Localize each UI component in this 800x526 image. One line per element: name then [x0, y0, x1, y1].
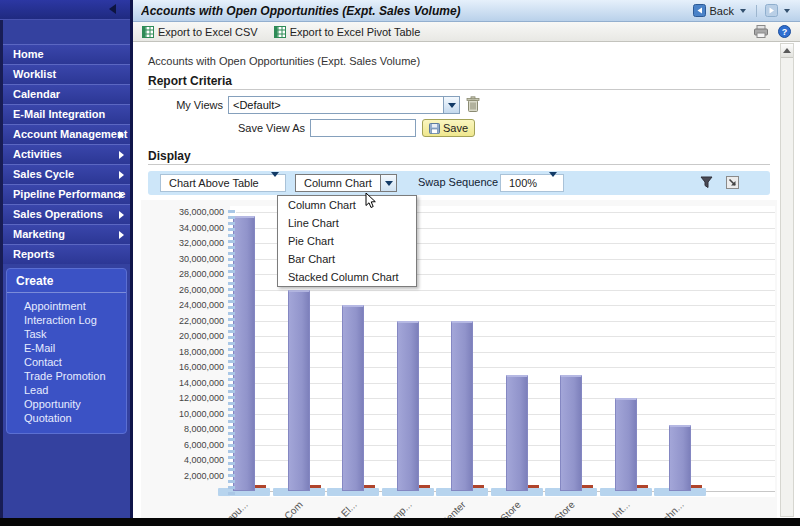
chart-bar	[669, 425, 691, 491]
create-item-appointment[interactable]: Appointment	[7, 299, 126, 313]
display-divider	[148, 164, 770, 165]
sidebar-item-calendar[interactable]: Calendar	[3, 84, 130, 104]
report-content: Accounts with Open Opportunities (Expt. …	[133, 42, 800, 518]
report-criteria-title: Report Criteria	[148, 74, 232, 88]
sidebar-item-marketing[interactable]: Marketing	[3, 224, 130, 244]
export-excel-csv-button[interactable]: Export to Excel CSV	[142, 26, 258, 38]
y-tick-label: 20,000,000	[135, 331, 224, 341]
scroll-up-button[interactable]	[781, 44, 793, 58]
page-titlebar: Accounts with Open Opportunities (Expt. …	[133, 0, 800, 22]
chart-type-menu: Column ChartLine ChartPie ChartBar Chart…	[277, 195, 417, 287]
chart-type-option-bar-chart[interactable]: Bar Chart	[278, 250, 416, 268]
create-item-opportunity[interactable]: Opportunity	[7, 397, 126, 411]
gridline	[236, 290, 775, 291]
forward-history-caret-icon[interactable]	[784, 9, 790, 13]
zero-value-marker	[528, 485, 539, 488]
funnel-icon	[700, 176, 713, 189]
back-button[interactable]	[693, 4, 706, 17]
sidebar-item-pipeline-performance[interactable]: Pipeline Performance	[3, 184, 130, 204]
chart-type-option-stacked-column-chart[interactable]: Stacked Column Chart	[278, 268, 416, 286]
sidebar-item-label: Pipeline Performance	[13, 188, 126, 200]
collapse-left-triangle-icon	[109, 4, 116, 14]
page-title: Accounts with Open Opportunities (Expt. …	[141, 4, 693, 18]
zero-value-marker	[691, 485, 702, 488]
back-history-caret-icon[interactable]	[740, 9, 746, 13]
export-toolbar: Export to Excel CSV Export to Excel Pivo…	[133, 22, 800, 42]
y-tick-label: 24,000,000	[135, 300, 224, 310]
y-tick-label: 16,000,000	[135, 362, 224, 372]
sidebar-item-home[interactable]: Home	[3, 44, 130, 64]
sidebar-item-sales-cycle[interactable]: Sales Cycle	[3, 164, 130, 184]
create-panel: Create AppointmentInteraction LogTaskE-M…	[6, 268, 127, 434]
y-tick-label: 22,000,000	[135, 316, 224, 326]
chart-layout-select[interactable]: Chart Above Table	[160, 174, 286, 192]
export-excel-pivot-button[interactable]: Export to Excel Pivot Table	[274, 26, 421, 38]
y-tick-label: 36,000,000	[135, 207, 224, 217]
up-triangle-icon	[783, 48, 791, 53]
toolbar-right-icons: ?	[754, 25, 791, 38]
chart-type-dropdown-arrow[interactable]	[381, 174, 397, 192]
gridline	[236, 367, 775, 368]
save-view-button[interactable]: Save	[422, 119, 475, 137]
swap-sequence-button[interactable]: Swap Sequence	[418, 176, 498, 188]
sidebar-item-label: Sales Cycle	[13, 168, 74, 180]
gridline	[236, 336, 775, 337]
delete-view-button[interactable]	[466, 96, 480, 117]
help-button[interactable]: ?	[778, 25, 791, 38]
create-item-quotation[interactable]: Quotation	[7, 411, 126, 425]
y-tick-label: 0	[135, 486, 224, 496]
chevron-down-icon	[543, 177, 563, 189]
gridline	[236, 305, 775, 306]
sidebar-nav: HomeWorklistCalendarE-Mail IntegrationAc…	[3, 44, 130, 264]
trash-icon	[466, 96, 480, 113]
sidebar-item-account-management[interactable]: Account Management	[3, 124, 130, 144]
save-view-as-input[interactable]	[310, 119, 416, 137]
submenu-arrow-icon	[119, 151, 124, 159]
chart-type-option-pie-chart[interactable]: Pie Chart	[278, 232, 416, 250]
chevron-down-icon	[385, 181, 393, 186]
create-item-task[interactable]: Task	[7, 327, 126, 341]
sidebar-item-label: Calendar	[13, 88, 60, 100]
sidebar-item-label: Worklist	[13, 68, 56, 80]
sidebar-item-e-mail-integration[interactable]: E-Mail Integration	[3, 104, 130, 124]
sidebar-item-worklist[interactable]: Worklist	[3, 64, 130, 84]
y-tick-label: 4,000,000	[135, 455, 224, 465]
submenu-arrow-icon	[119, 191, 124, 199]
help-question-icon: ?	[778, 25, 791, 38]
zero-value-marker	[310, 485, 321, 488]
my-views-label: My Views	[161, 99, 223, 111]
main-area: Accounts with Open Opportunities (Expt. …	[133, 0, 800, 518]
chart-type-option-line-chart[interactable]: Line Chart	[278, 214, 416, 232]
zero-value-marker	[419, 485, 430, 488]
sidebar-item-reports[interactable]: Reports	[3, 244, 130, 264]
chart-layout-value: Chart Above Table	[161, 177, 265, 189]
create-item-contact[interactable]: Contact	[7, 355, 126, 369]
expand-chart-button[interactable]	[726, 176, 739, 191]
diagonal-arrow-icon	[726, 176, 739, 189]
display-title: Display	[148, 149, 191, 163]
create-panel-title: Create	[7, 269, 126, 293]
filter-button[interactable]	[700, 176, 713, 191]
application-window: HomeWorklistCalendarE-Mail IntegrationAc…	[0, 0, 800, 526]
y-tick-label: 10,000,000	[135, 409, 224, 419]
print-button[interactable]	[754, 25, 768, 38]
create-item-trade-promotion[interactable]: Trade Promotion	[7, 369, 126, 383]
zoom-select[interactable]: 100%	[500, 174, 564, 192]
sidebar-item-label: E-Mail Integration	[13, 108, 105, 120]
vertical-scrollbar[interactable]	[780, 43, 794, 517]
sidebar-collapse-button[interactable]	[109, 4, 123, 16]
sidebar-item-label: Account Management	[13, 128, 127, 140]
chevron-down-icon	[448, 103, 456, 108]
my-views-dropdown-arrow[interactable]	[443, 97, 459, 113]
create-item-interaction-log[interactable]: Interaction Log	[7, 313, 126, 327]
forward-button[interactable]	[765, 4, 778, 17]
sidebar-item-sales-operations[interactable]: Sales Operations	[3, 204, 130, 224]
create-item-lead[interactable]: Lead	[7, 383, 126, 397]
sidebar-item-activities[interactable]: Activities	[3, 144, 130, 164]
chart-type-combobox[interactable]: Column Chart	[295, 174, 381, 192]
chart-type-option-column-chart[interactable]: Column Chart	[278, 196, 416, 214]
back-button-label[interactable]: Back	[710, 5, 734, 17]
sidebar-item-label: Sales Operations	[13, 208, 103, 220]
create-item-e-mail[interactable]: E-Mail	[7, 341, 126, 355]
my-views-select[interactable]: <Default>	[228, 96, 460, 114]
